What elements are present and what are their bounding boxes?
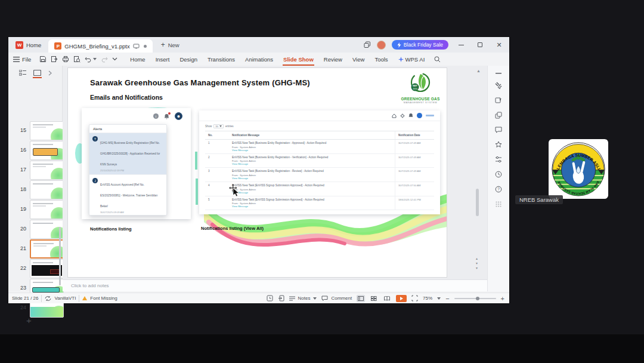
zoom-caret-icon[interactable] — [437, 297, 441, 300]
home-icon — [392, 113, 397, 118]
add-slide-button[interactable]: + — [26, 315, 32, 325]
title-bar: W Home P GHGMS_Briefing_v1.pptx + New Bl… — [8, 37, 509, 53]
scrollbar-thumb[interactable] — [476, 189, 479, 216]
window-stack-icon[interactable] — [364, 41, 371, 48]
maximize-button[interactable] — [473, 39, 487, 50]
tab-insert[interactable]: Insert — [155, 54, 171, 64]
star-icon[interactable] — [495, 141, 502, 148]
apps-grid-icon[interactable] — [495, 201, 502, 208]
tab-tools[interactable]: Tools — [374, 54, 388, 64]
slide-number: 19 — [11, 206, 26, 212]
ribbon-tabs: Home Insert Design Transitions Animation… — [129, 54, 441, 64]
slide-number: 21 — [11, 245, 26, 251]
slide-thumbnail-19[interactable] — [30, 200, 64, 219]
slide-canvas[interactable]: Sarawak Greenhouse Gas Management System… — [67, 67, 447, 278]
caption-left: Notifications listing — [90, 226, 132, 232]
panel-scrollbar[interactable] — [59, 227, 61, 285]
slide-thumbnail-16[interactable] — [30, 141, 64, 160]
alerts-panel-title: Alerts — [89, 125, 166, 133]
cell-no: 2 — [205, 154, 229, 168]
home-tab[interactable]: W Home — [8, 37, 48, 53]
reading-view-button[interactable] — [383, 295, 391, 302]
outline-view-icon[interactable] — [19, 70, 26, 76]
show-label: Show — [205, 125, 212, 128]
slideshow-play-button[interactable] — [396, 295, 407, 302]
new-tab-button[interactable]: + New — [161, 41, 179, 49]
print-preview-icon[interactable] — [73, 56, 80, 63]
scroll-up-arrow[interactable]: ▲ — [476, 69, 481, 73]
save-icon[interactable] — [39, 56, 47, 63]
output-icon[interactable] — [51, 56, 58, 63]
comment-button[interactable]: Comment — [321, 296, 352, 301]
redo-icon[interactable] — [101, 56, 108, 63]
notes-bar[interactable]: Click to add notes — [63, 279, 487, 291]
file-menu-label: File — [22, 56, 31, 63]
settings-sliders-icon[interactable] — [495, 156, 502, 163]
participant-video-tile[interactable]: LEMBAGA SUMBER ASLI DAN ALAM SEKITAR SAR… — [549, 139, 608, 199]
tab-home[interactable]: Home — [129, 54, 145, 64]
search-icon[interactable] — [434, 56, 441, 63]
alert-text: EnVISS Account Approved [Ref No. ES/2025… — [100, 183, 157, 208]
col-header-date: Notification Date — [395, 131, 434, 139]
slide-number: 17 — [11, 167, 26, 173]
view-message-link: View Message — [232, 191, 392, 194]
alert-avatar: J — [92, 178, 98, 183]
tab-design[interactable]: Design — [179, 54, 198, 64]
tab-transitions[interactable]: Transitions — [207, 54, 236, 64]
table-row: 2 EnVISS New Task [Business Entity Regis… — [205, 154, 434, 168]
tab-view[interactable]: View — [352, 54, 365, 64]
zoom-out-button[interactable]: − — [445, 295, 449, 302]
cell-no: 1 — [205, 140, 229, 153]
slide-number: 24 — [11, 304, 26, 310]
font-missing-label[interactable]: Font Missing — [90, 296, 117, 301]
normal-view-button[interactable] — [357, 295, 365, 302]
zoom-slider-handle[interactable] — [476, 297, 479, 300]
document-tab[interactable]: P GHGMS_Briefing_v1.pptx — [48, 39, 152, 53]
comment-rail-icon[interactable] — [495, 127, 502, 133]
chevron-down-icon[interactable] — [112, 57, 117, 61]
alert-item: J EnVISS Account Approved [Ref No. ES/20… — [89, 175, 166, 216]
print-icon[interactable] — [62, 56, 69, 63]
slide-number: 16 — [11, 147, 26, 153]
theme-name[interactable]: VanillaVTI — [54, 296, 76, 301]
tab-review[interactable]: Review — [323, 54, 343, 64]
slide-counter: Slide 21 / 26 — [12, 296, 38, 301]
promo-button[interactable]: Black Friday Sale — [392, 40, 448, 50]
slide-sorter-view-button[interactable] — [370, 295, 378, 302]
entries-select: 10 — [213, 124, 224, 128]
undo-caret-icon[interactable] — [93, 58, 97, 60]
slide-view-icon[interactable] — [33, 70, 41, 76]
slide-thumbnail-18[interactable] — [30, 180, 64, 199]
fit-slide-icon[interactable] — [411, 295, 418, 302]
zoom-in-button[interactable]: + — [501, 295, 504, 302]
cell-date: 18/6/2025 12:41 PM — [395, 196, 434, 210]
menu-bar: File Home Insert Design Transitions Anim… — [8, 53, 509, 66]
handout-master-icon[interactable] — [278, 295, 284, 302]
prev-next-slide-buttons[interactable]: ▴▾▾ — [476, 257, 478, 270]
notes-toggle[interactable]: Notes — [289, 296, 317, 301]
tab-slide-show[interactable]: Slide Show — [283, 54, 314, 64]
shapes-icon[interactable] — [495, 112, 502, 119]
task-window-icon[interactable] — [267, 295, 273, 302]
slide-thumbnail-17[interactable] — [30, 161, 64, 180]
zoom-slider[interactable] — [454, 298, 496, 299]
undo-icon[interactable] — [85, 56, 92, 63]
style-check-icon[interactable] — [495, 97, 502, 104]
close-button[interactable]: ✕ — [493, 39, 506, 50]
zoom-level[interactable]: 75% — [423, 296, 432, 301]
collapse-rail-icon[interactable] — [496, 73, 501, 74]
cell-message: EnVISS New Task [Business Entity Registr… — [232, 156, 392, 160]
minimize-button[interactable] — [454, 39, 467, 50]
help-icon[interactable]: ? — [495, 186, 502, 193]
file-menu[interactable]: File — [8, 56, 36, 63]
tab-animations[interactable]: Animations — [244, 54, 274, 64]
tab-wps-ai[interactable]: WPS AI — [398, 54, 426, 64]
svg-text:NET: NET — [413, 84, 418, 87]
history-icon[interactable] — [495, 171, 502, 178]
wps-window: W Home P GHGMS_Briefing_v1.pptx + New Bl… — [8, 37, 509, 303]
account-avatar[interactable] — [377, 41, 386, 50]
panel-expand-icon[interactable] — [48, 70, 52, 76]
tools-icon[interactable] — [495, 82, 502, 89]
slide-thumbnail-15[interactable] — [30, 121, 64, 140]
table-row: 3 EnVISS New Task [Business Entity Regis… — [205, 168, 434, 182]
